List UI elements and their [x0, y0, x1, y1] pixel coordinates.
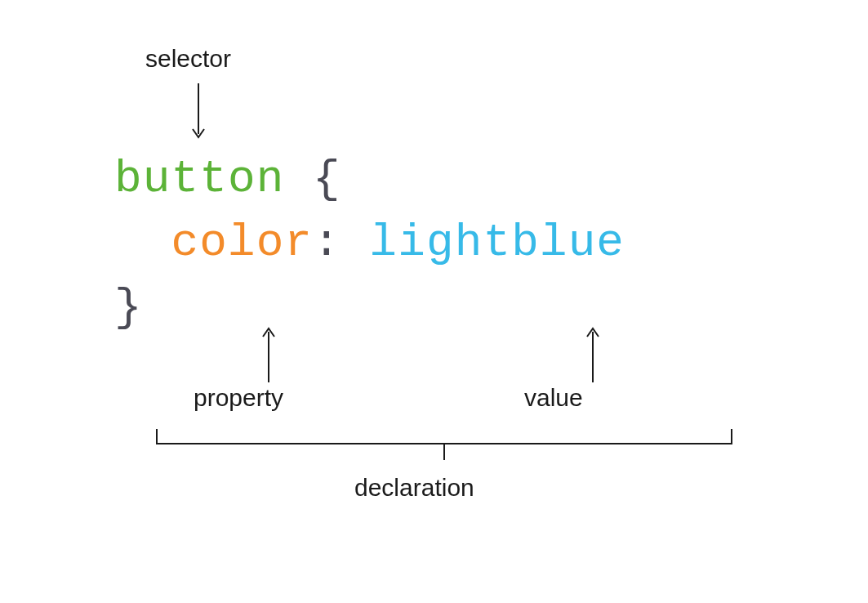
css-selector: button — [114, 153, 284, 205]
code-line-1: button { — [114, 147, 625, 211]
css-colon: : — [313, 217, 341, 269]
code-content: button { color: lightblue } — [114, 147, 625, 339]
arrow-up-icon — [585, 325, 601, 382]
value-label: value — [524, 384, 583, 412]
property-label: property — [194, 384, 283, 412]
css-value: lightblue — [370, 217, 625, 269]
open-brace: { — [313, 153, 341, 205]
selector-label: selector — [145, 45, 231, 73]
code-line-2: color: lightblue — [114, 211, 625, 275]
declaration-label: declaration — [354, 474, 474, 502]
css-code-block: button { color: lightblue } — [114, 147, 625, 339]
arrow-up-icon — [260, 325, 277, 382]
code-line-3: } — [114, 275, 625, 339]
css-property: color — [171, 217, 313, 269]
close-brace: } — [114, 281, 143, 333]
arrow-down-icon — [190, 83, 207, 142]
bracket-icon — [155, 427, 733, 460]
